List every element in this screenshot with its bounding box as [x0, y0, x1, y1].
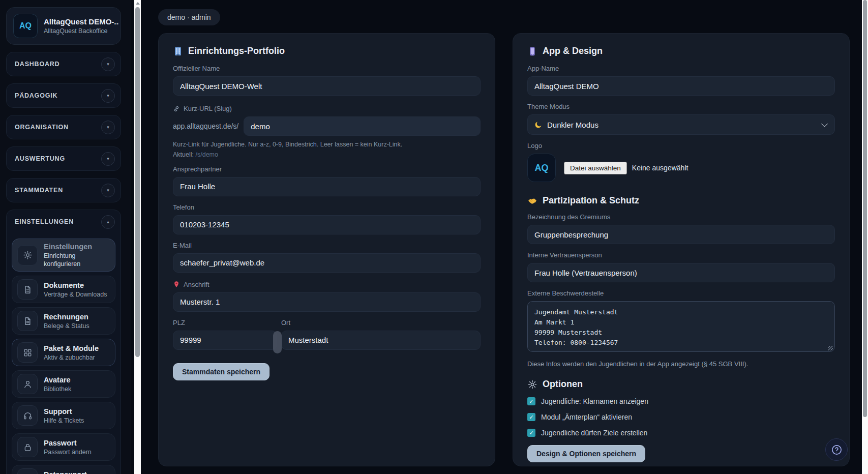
- checkbox-checked-icon[interactable]: ✓: [527, 413, 535, 421]
- sidebar-group-organisation: ORGANISATION ▾: [6, 115, 121, 139]
- participation-title: Partizipation & Schutz: [543, 195, 639, 206]
- page-scrollbar-thumb[interactable]: [863, 0, 867, 417]
- question-icon: [831, 444, 843, 456]
- sidebar-item-passwort[interactable]: Passwort Passwort ändern: [12, 433, 115, 461]
- sidebar-group-dashboard: DASHBOARD ▾: [6, 52, 121, 76]
- option-label: Modul „Ämterplan“ aktivieren: [541, 413, 632, 421]
- slug-current: Aktuell: /s/demo: [173, 151, 481, 158]
- sidebar-group-toggle[interactable]: DASHBOARD ▾: [7, 52, 121, 76]
- option-row-0: ✓ Jugendliche: Klarnamen anzeigen: [527, 397, 835, 405]
- sidebar-group-label: STAMMDATEN: [15, 187, 63, 194]
- app-design-heading: App & Design: [527, 46, 835, 56]
- sidebar-group-label: PÄDAGOGIK: [15, 92, 57, 99]
- sidebar-item-subtitle: Hilfe & Tickets: [44, 417, 84, 425]
- gear-icon: [527, 379, 537, 390]
- headphones-icon: [17, 405, 38, 426]
- chevron-down-icon[interactable]: ▾: [101, 57, 115, 71]
- sidebar-group-stammdaten: STAMMDATEN ▾: [6, 178, 121, 202]
- lock-icon: [17, 437, 38, 457]
- sidebar-scrollbar-thumb[interactable]: [135, 7, 140, 357]
- sidebar-item-einstellungen[interactable]: Einstellungen Einrichtung konfigurieren: [12, 239, 115, 272]
- main-content: demo · admin Einrichtungs-Portfolio Offi…: [141, 0, 862, 474]
- sidebar-item-dokumente[interactable]: Dokumente Verträge & Downloads: [12, 276, 115, 303]
- sidebar-item-title: Passwort: [44, 438, 92, 448]
- sidebar-item-subtitle: Belege & Status: [44, 322, 89, 330]
- phone-icon: [527, 46, 537, 56]
- sidebar-group-toggle[interactable]: ORGANISATION ▾: [7, 115, 121, 139]
- sidebar-scrollbar-track[interactable]: [134, 0, 141, 474]
- slug-current-link[interactable]: /s/demo: [195, 151, 218, 158]
- sidebar-group-toggle[interactable]: AUSWERTUNG ▾: [7, 147, 121, 170]
- file-status-text: Keine ausgewählt: [632, 164, 689, 172]
- session-badge: demo · admin: [158, 9, 220, 25]
- sidebar-group-label: EINSTELLUNGEN: [15, 218, 74, 225]
- save-design-options-button[interactable]: Design & Optionen speichern: [527, 445, 645, 462]
- sidebar-item-subtitle: Verträge & Downloads: [44, 290, 107, 299]
- slug-prefix: app.alltagquest.de/s/: [173, 122, 238, 130]
- app-name-input[interactable]: [527, 76, 835, 96]
- sidebar-group-toggle[interactable]: PÄDAGOGIK ▾: [7, 84, 121, 107]
- scroll-up-arrow-icon[interactable]: [136, 2, 140, 5]
- address-input[interactable]: [173, 292, 481, 312]
- sidebar-item-subtitle: Passwort ändern: [44, 448, 92, 456]
- column-resize-handle[interactable]: [273, 331, 282, 353]
- options-title: Optionen: [543, 379, 583, 390]
- sidebar-group-auswertung: AUSWERTUNG ▾: [6, 146, 121, 171]
- slug-input[interactable]: [244, 116, 481, 136]
- board-input[interactable]: [527, 225, 835, 244]
- sidebar-item-paket-module[interactable]: Paket & Module Aktiv & zubuchbar: [12, 339, 115, 366]
- sidebar-item-avatare[interactable]: Avatare Bibliothek: [12, 370, 115, 398]
- chevron-down-icon[interactable]: ▾: [101, 152, 115, 166]
- choose-file-button[interactable]: Datei auswählen: [564, 162, 627, 174]
- app-design-card: App & Design App-Name Theme Modus Dunkle…: [513, 33, 850, 466]
- sidebar-item-title: Einstellungen: [44, 242, 110, 252]
- contact-input[interactable]: [173, 177, 481, 196]
- sidebar-group-toggle[interactable]: EINSTELLUNGEN ▴: [7, 210, 121, 233]
- complaints-textarea[interactable]: Jugendamt Musterstadt Am Markt 1 99999 M…: [527, 301, 835, 352]
- sidebar-item-datenexport[interactable]: Datenexport DSGVO Art. 20: [12, 465, 115, 474]
- app-name-label: App-Name: [527, 65, 835, 72]
- sidebar-item-title: Datenexport: [44, 470, 87, 474]
- portfolio-card: Einrichtungs-Portfolio Offizieller Name …: [158, 33, 495, 466]
- sidebar-nav: DASHBOARD ▾ PÄDAGOGIK ▾ ORGANISATION ▾ A…: [6, 52, 121, 474]
- logo-label: Logo: [527, 142, 835, 150]
- phone-input[interactable]: [173, 215, 481, 234]
- complaints-label: Externe Beschwerdestelle: [527, 289, 835, 297]
- chevron-up-icon[interactable]: ▴: [101, 215, 115, 229]
- official-name-input[interactable]: [173, 76, 481, 96]
- sidebar-group-toggle[interactable]: STAMMDATEN ▾: [7, 179, 121, 202]
- slug-hint: Kurz-Link für Jugendliche. Nur a-z, 0-9,…: [173, 140, 481, 150]
- sidebar-group-einstellungen: EINSTELLUNGEN ▴ Einstellungen Einrichtun…: [6, 210, 121, 474]
- app-brand[interactable]: AQ AlltagQuest DEMO-... AlltagQuest Back…: [6, 7, 121, 45]
- sidebar-item-rechnungen[interactable]: Rechnungen Belege & Status: [12, 307, 115, 335]
- page-scrollbar-track[interactable]: [862, 0, 868, 474]
- slug-label: Kurz-URL (Slug): [173, 105, 481, 112]
- zip-input[interactable]: [173, 331, 277, 350]
- participation-hint: Diese Infos werden den Jugendlichen in d…: [527, 360, 835, 368]
- help-button[interactable]: [825, 438, 848, 461]
- chevron-down-icon[interactable]: ▾: [101, 89, 115, 103]
- save-master-data-button[interactable]: Stammdaten speichern: [173, 363, 270, 380]
- checkbox-checked-icon[interactable]: ✓: [527, 397, 535, 405]
- chevron-down-icon[interactable]: ▾: [101, 184, 115, 197]
- portfolio-title: Einrichtungs-Portfolio: [188, 46, 285, 56]
- logo-file-input: Datei auswählen Keine ausgewählt: [564, 162, 688, 174]
- sidebar-sub-list: Einstellungen Einrichtung konfigurieren …: [7, 233, 121, 474]
- person-icon: [17, 374, 38, 394]
- city-input[interactable]: [281, 331, 481, 350]
- app-title: AlltagQuest DEMO-...: [44, 17, 119, 26]
- gear-icon: [17, 245, 38, 265]
- chevron-down-icon[interactable]: ▾: [101, 121, 115, 134]
- checkbox-checked-icon[interactable]: ✓: [527, 429, 535, 437]
- sidebar-item-subtitle: Einrichtung konfigurieren: [44, 252, 110, 269]
- trust-person-input[interactable]: [527, 263, 835, 282]
- theme-value: Dunkler Modus: [547, 121, 598, 129]
- contact-label: Ansprechpartner: [173, 165, 481, 173]
- document-icon: [17, 311, 38, 331]
- theme-select[interactable]: Dunkler Modus: [527, 114, 835, 135]
- sidebar-item-support[interactable]: Support Hilfe & Tickets: [12, 402, 115, 429]
- option-label: Jugendliche: Klarnamen anzeigen: [541, 397, 648, 405]
- chevron-down-icon: [821, 121, 828, 127]
- sidebar-item-subtitle: Aktiv & zubuchbar: [44, 353, 99, 362]
- email-input[interactable]: [173, 253, 481, 273]
